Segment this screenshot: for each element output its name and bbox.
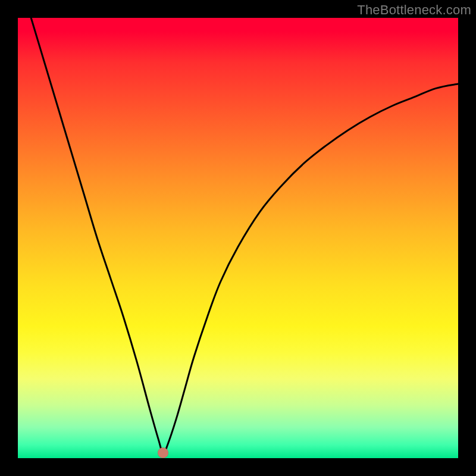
chart-frame: [18, 18, 458, 458]
chart-plot: [18, 18, 458, 458]
bottleneck-curve: [31, 18, 458, 454]
watermark-text: TheBottleneck.com: [357, 2, 471, 18]
optimal-point-marker: [158, 447, 168, 458]
